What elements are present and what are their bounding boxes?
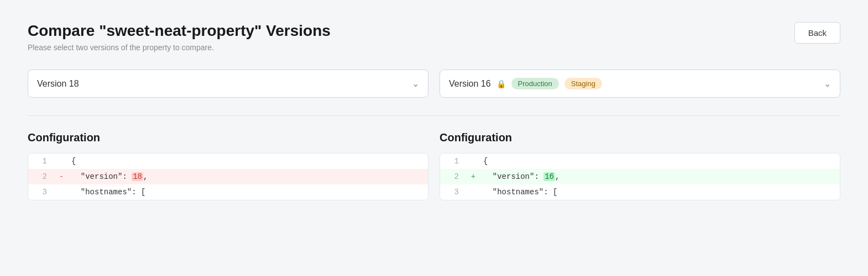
- left-line-2: 2 - "version": 18,: [28, 169, 428, 184]
- left-highlight-18: 18: [132, 172, 143, 181]
- right-highlight-16: 16: [543, 172, 555, 181]
- left-line-1-content: {: [67, 157, 76, 166]
- right-line-1-content: {: [479, 157, 488, 166]
- version-selectors: Version 18 ⌄ Version 16 🔒 Production Sta…: [28, 70, 840, 98]
- left-version-content: Version 18: [37, 79, 79, 89]
- right-line-3-number: 3: [440, 188, 468, 197]
- left-line-1-number: 1: [28, 157, 56, 166]
- left-line-3: 3 "hostnames": [: [28, 184, 428, 200]
- page-header: Compare "sweet-neat-property" Versions P…: [28, 22, 840, 65]
- lock-icon: 🔒: [496, 79, 506, 88]
- left-line-3-number: 3: [28, 188, 56, 197]
- staging-badge: Staging: [564, 78, 602, 89]
- right-version-label: Version 16: [449, 79, 491, 89]
- left-line-2-marker: -: [56, 172, 67, 181]
- right-line-2-number: 2: [440, 172, 468, 181]
- right-chevron-icon: ⌄: [824, 78, 831, 89]
- back-button[interactable]: Back: [794, 22, 840, 44]
- left-version-label: Version 18: [37, 79, 79, 89]
- right-line-3: 3 "hostnames": [: [440, 184, 840, 200]
- left-line-2-content: "version": 18,: [67, 172, 148, 181]
- production-badge: Production: [511, 78, 559, 89]
- right-line-2: 2 + "version": 16,: [440, 169, 840, 184]
- section-divider: [28, 115, 840, 116]
- right-line-2-content: "version": 16,: [479, 172, 560, 181]
- page-title: Compare "sweet-neat-property" Versions: [28, 22, 331, 40]
- right-line-2-marker: +: [468, 172, 479, 181]
- left-line-2-number: 2: [28, 172, 56, 181]
- left-chevron-icon: ⌄: [412, 78, 419, 89]
- right-line-1-number: 1: [440, 157, 468, 166]
- right-version-content: Version 16 🔒 Production Staging: [449, 78, 602, 89]
- compare-panels: Configuration 1 { 2 - "version": 18, 3 "…: [28, 131, 840, 200]
- left-line-1: 1 {: [28, 153, 428, 169]
- header-text: Compare "sweet-neat-property" Versions P…: [28, 22, 331, 65]
- left-version-select[interactable]: Version 18 ⌄: [28, 70, 428, 98]
- right-panel: Configuration 1 { 2 + "version": 16, 3 "…: [440, 131, 840, 200]
- right-line-1: 1 {: [440, 153, 840, 169]
- left-line-3-content: "hostnames": [: [67, 188, 145, 197]
- right-line-3-content: "hostnames": [: [479, 188, 557, 197]
- page-subtitle: Please select two versions of the proper…: [28, 43, 331, 52]
- right-version-select[interactable]: Version 16 🔒 Production Staging ⌄: [440, 70, 840, 98]
- left-panel-title: Configuration: [28, 131, 428, 144]
- left-panel: Configuration 1 { 2 - "version": 18, 3 "…: [28, 131, 428, 200]
- right-panel-title: Configuration: [440, 131, 840, 144]
- right-code-block: 1 { 2 + "version": 16, 3 "hostnames": [: [440, 153, 840, 200]
- left-code-block: 1 { 2 - "version": 18, 3 "hostnames": [: [28, 153, 428, 200]
